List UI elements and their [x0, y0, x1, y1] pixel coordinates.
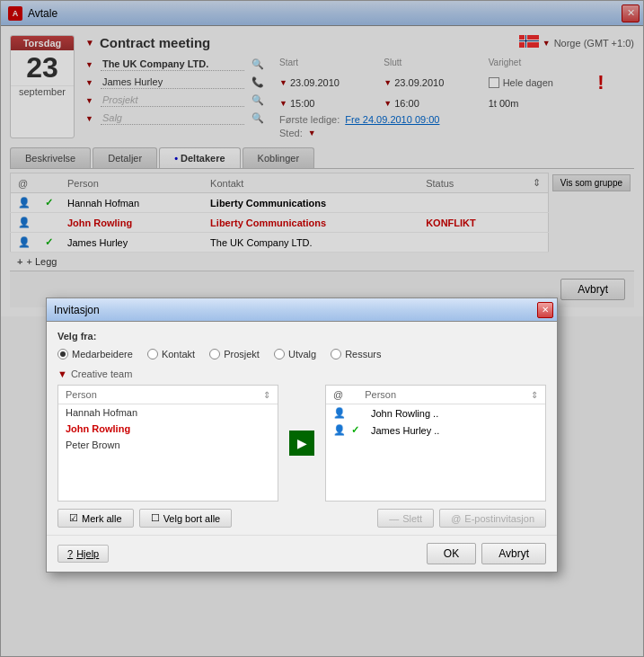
radio-medarbeidere[interactable]: Medarbeidere [57, 349, 133, 360]
dialog-footer-right: OK Avbryt [427, 543, 546, 564]
radio-kontakt-dot [147, 349, 158, 360]
radio-prosjekt[interactable]: Prosjekt [209, 349, 260, 360]
radio-prosjekt-label: Prosjekt [224, 349, 260, 360]
left-sort-icon[interactable]: ⇕ [263, 390, 270, 400]
radio-ressurs-label: Ressurs [345, 349, 381, 360]
group-label-text: Creative team [71, 368, 132, 379]
deselect-all-icon: ☐ [151, 512, 160, 524]
two-panel: Person ⇕ Hannah Hofman John Rowling Pete… [57, 385, 546, 502]
transfer-arrow-container: ▶ [286, 385, 318, 502]
left-panel-header: Person ⇕ [58, 386, 278, 404]
email-invite-button[interactable]: @ E-postinvitasjon [439, 509, 546, 528]
radio-kontakt[interactable]: Kontakt [147, 349, 195, 360]
right-panel-buttons: — Slett @ E-postinvitasjon [377, 509, 546, 528]
right-john-icon: 👤 [333, 407, 346, 419]
select-from-label: Velg fra: [57, 331, 546, 342]
group-arrow-icon: ▼ [57, 368, 67, 379]
right-col-at: @ [333, 389, 343, 400]
right-john-name: John Rowling .. [371, 408, 438, 419]
radio-medarbeidere-label: Medarbeidere [72, 349, 133, 360]
left-panel: Person ⇕ Hannah Hofman John Rowling Pete… [57, 385, 278, 502]
deselect-all-label: Velg bort alle [163, 513, 221, 524]
help-button[interactable]: ? Hjelp [57, 545, 109, 563]
left-item-hannah[interactable]: Hannah Hofman [58, 404, 278, 421]
select-all-label: Merk alle [82, 513, 122, 524]
help-label: Hjelp [76, 548, 99, 559]
radio-kontakt-label: Kontakt [162, 349, 195, 360]
select-all-button[interactable]: ☑ Merk alle [57, 509, 134, 528]
radio-group: Medarbeidere Kontakt Prosjekt Utvalg Res… [57, 349, 546, 360]
deselect-all-button[interactable]: ☐ Velg bort alle [139, 509, 233, 528]
dialog-body-area: Velg fra: Medarbeidere Kontakt Prosjekt … [47, 322, 557, 528]
left-col-person: Person [66, 389, 97, 400]
right-sort-icon[interactable]: ⇕ [531, 390, 538, 400]
dialog-title: Invitasjon [54, 304, 100, 316]
at-icon: @ [451, 513, 461, 524]
transfer-arrow-icon: ▶ [297, 436, 307, 450]
right-item-john[interactable]: 👤 John Rowling .. [326, 404, 545, 422]
main-window: A Avtale ✕ Torsdag 23 september ▼ Contra… [0, 0, 644, 657]
invitation-dialog: Invitasjon ✕ Velg fra: Medarbeidere Kont… [46, 297, 558, 573]
delete-label: Slett [402, 513, 422, 524]
left-item-john[interactable]: John Rowling [58, 421, 278, 437]
radio-ressurs[interactable]: Ressurs [331, 349, 381, 360]
dialog-title-bar: Invitasjon ✕ [47, 298, 557, 322]
right-panel-header: @ Person ⇕ [326, 386, 545, 404]
right-item-james[interactable]: 👤 ✓ James Hurley .. [326, 422, 545, 439]
right-james-check: ✓ [351, 424, 366, 436]
right-col-person: Person [365, 389, 396, 400]
delete-button[interactable]: — Slett [377, 509, 434, 528]
dialog-ok-button[interactable]: OK [427, 543, 476, 564]
radio-utvalg-label: Utvalg [288, 349, 316, 360]
dialog-cancel-button[interactable]: Avbryt [481, 543, 546, 564]
left-panel-buttons: ☑ Merk alle ☐ Velg bort alle [57, 509, 232, 528]
transfer-button[interactable]: ▶ [289, 431, 314, 456]
right-panel: @ Person ⇕ 👤 John Rowling .. 👤 ✓ James H… [325, 385, 546, 502]
radio-medarbeidere-dot [57, 349, 68, 360]
help-icon: ? [67, 548, 73, 559]
left-item-peter[interactable]: Peter Brown [58, 437, 278, 453]
right-james-icon: 👤 [333, 424, 346, 436]
email-invite-label: E-postinvitasjon [464, 513, 534, 524]
dialog-close-button[interactable]: ✕ [537, 302, 553, 318]
group-label-row: ▼ Creative team [57, 368, 546, 379]
delete-dash: — [389, 513, 399, 524]
radio-utvalg-dot [274, 349, 285, 360]
dialog-panel-buttons: ☑ Merk alle ☐ Velg bort alle — Slett @ [57, 509, 546, 528]
select-all-icon: ☑ [69, 512, 78, 524]
radio-utvalg[interactable]: Utvalg [274, 349, 316, 360]
radio-ressurs-dot [331, 349, 341, 360]
radio-prosjekt-dot [209, 349, 220, 360]
right-james-name: James Hurley .. [371, 425, 439, 436]
dialog-footer: ? Hjelp OK Avbryt [47, 535, 557, 572]
